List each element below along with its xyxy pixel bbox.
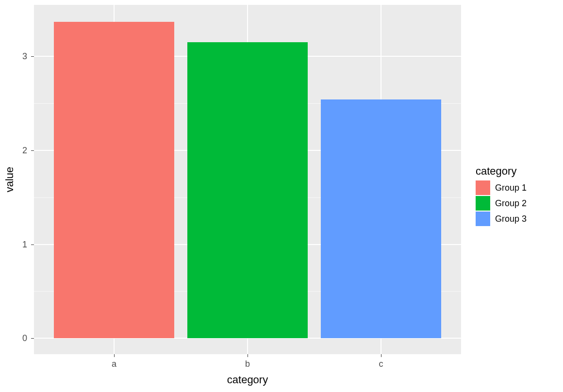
legend-title: category: [476, 165, 558, 178]
y-tick-mark: [31, 56, 34, 57]
bar-a: [54, 22, 174, 338]
bar-b: [187, 42, 308, 338]
legend-swatch: [476, 180, 490, 195]
y-tick-label: 0: [0, 333, 27, 343]
x-tick-label: c: [379, 359, 383, 369]
legend-swatch: [476, 212, 490, 226]
legend-label: Group 3: [495, 214, 527, 224]
x-tick-label: b: [245, 359, 250, 369]
y-tick-mark: [31, 245, 34, 245]
legend-item: Group 3: [476, 212, 558, 226]
y-tick-label: 1: [0, 239, 27, 249]
bar-c: [321, 99, 441, 338]
legend-item: Group 1: [476, 180, 558, 195]
y-tick-mark: [31, 150, 34, 151]
y-tick-mark: [31, 338, 34, 339]
x-tick-mark: [248, 354, 248, 357]
y-axis-title: value: [3, 167, 16, 193]
x-axis-title: category: [227, 374, 268, 386]
y-tick-label: 2: [0, 146, 27, 156]
x-tick-mark: [114, 354, 115, 357]
bar-chart: value category category Group 1Group 2Gr…: [0, 0, 563, 392]
plot-panel: [34, 5, 461, 354]
legend: category Group 1Group 2Group 3: [476, 0, 558, 392]
legend-item: Group 2: [476, 196, 558, 211]
legend-label: Group 1: [495, 183, 527, 193]
legend-label: Group 2: [495, 198, 527, 209]
y-tick-label: 3: [0, 51, 27, 62]
x-tick-mark: [381, 354, 381, 357]
x-tick-label: a: [112, 359, 116, 369]
legend-swatch: [476, 196, 490, 211]
